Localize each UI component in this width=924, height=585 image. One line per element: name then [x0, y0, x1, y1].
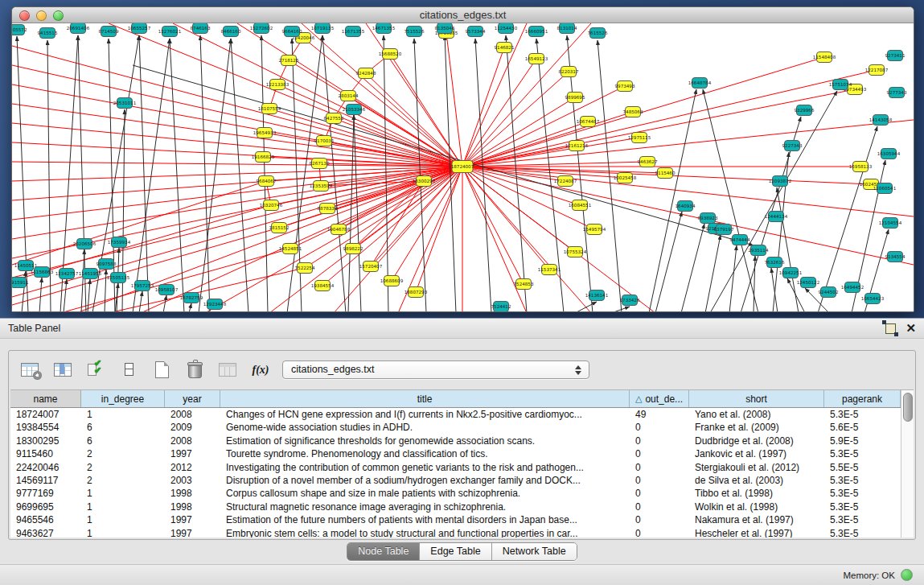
- graph-node-teal[interactable]: 12444134: [765, 212, 788, 222]
- graph-node-teal[interactable]: 9277343: [887, 88, 907, 98]
- graph-node-teal[interactable]: 12450122: [797, 278, 819, 288]
- table-row[interactable]: 1830029562008Estimation of significance …: [10, 435, 901, 447]
- graph-node-yellow[interactable]: 19046788: [327, 225, 351, 235]
- table-scrollbar-thumb[interactable]: [903, 393, 913, 422]
- column-header-pagerank[interactable]: pagerank: [824, 390, 901, 407]
- close-panel-icon[interactable]: ✕: [906, 323, 916, 334]
- graph-node-teal[interactable]: 2935114: [749, 245, 769, 256]
- network-window-titlebar[interactable]: citations_edges.txt: [12, 7, 914, 23]
- graph-node-yellow[interactable]: 9684067: [257, 176, 277, 187]
- table-row[interactable]: 977716911998Corpus callosum shape and si…: [10, 487, 901, 500]
- graph-node-teal[interactable]: 7615526: [588, 28, 608, 39]
- citation-edge-red[interactable]: [462, 167, 914, 265]
- graph-node-teal[interactable]: 8746163: [191, 23, 211, 34]
- citation-edge-black[interactable]: [261, 35, 268, 311]
- select-mode-button[interactable]: ✔ ✔: [84, 358, 107, 381]
- column-header-name[interactable]: name: [10, 390, 81, 407]
- graph-node-yellow[interactable]: 19384554: [311, 281, 335, 291]
- table-settings-button[interactable]: [18, 358, 41, 381]
- table-row[interactable]: 946362711997Embryonic stem cells: a mode…: [10, 527, 901, 538]
- graph-node-yellow[interactable]: 9898222: [343, 244, 363, 254]
- citation-edge-black[interactable]: [348, 115, 354, 311]
- graph-node-teal[interactable]: 12505135: [107, 273, 130, 283]
- graph-node-yellow[interactable]: 15720407: [359, 262, 383, 272]
- graph-node-teal[interactable]: 9664160: [282, 27, 302, 37]
- delete-table-button[interactable]: [183, 358, 206, 381]
- graph-node-teal[interactable]: 17957253: [131, 281, 154, 291]
- graph-node-yellow[interactable]: 8220317: [559, 67, 579, 77]
- citation-edge-red[interactable]: [12, 167, 462, 220]
- graph-node-teal[interactable]: 9415515: [38, 28, 58, 39]
- tab-network-table[interactable]: Network Table: [492, 543, 577, 560]
- show-column-button[interactable]: [51, 358, 74, 381]
- graph-node-yellow[interactable]: 11537341: [538, 265, 561, 275]
- graph-node-yellow[interactable]: 10674487: [577, 117, 600, 127]
- graph-node-yellow[interactable]: 11548408: [813, 52, 836, 63]
- table-row[interactable]: 969969511998Structural magnetic resonanc…: [10, 501, 901, 513]
- citation-edge-red[interactable]: [462, 162, 647, 167]
- graph-node-yellow[interactable]: 15958133: [849, 162, 873, 172]
- graph-node-yellow[interactable]: 9115460: [655, 168, 676, 179]
- graph-node-teal[interactable]: 7524412: [491, 302, 511, 312]
- graph-node-teal[interactable]: 15276021: [158, 27, 182, 37]
- citation-edge-red[interactable]: [462, 120, 914, 167]
- graph-node-teal[interactable]: 8466160: [221, 27, 241, 37]
- graph-node-yellow[interactable]: 9973493: [615, 81, 635, 92]
- graph-node-teal[interactable]: 8938923: [698, 213, 718, 224]
- graph-node-teal[interactable]: 7632616: [765, 257, 785, 268]
- graph-node-teal[interactable]: 3915911: [12, 278, 29, 288]
- citation-edge-black[interactable]: [777, 187, 799, 311]
- citation-edge-black[interactable]: [710, 91, 837, 311]
- graph-node-yellow[interactable]: 9242848: [356, 68, 376, 79]
- graph-node-teal[interactable]: 9573344: [466, 27, 486, 37]
- graph-node-teal[interactable]: 12342757: [55, 269, 79, 279]
- table-row[interactable]: 1938455462009Genome-wide association stu…: [10, 421, 901, 434]
- graph-node-yellow[interactable]: 10688609: [380, 276, 404, 286]
- citation-edge-black[interactable]: [81, 249, 84, 311]
- memory-status-indicator[interactable]: [901, 569, 913, 581]
- graph-node-yellow[interactable]: 16549123: [525, 54, 548, 64]
- graph-node-yellow[interactable]: 8878334: [318, 204, 338, 214]
- graph-node-teal[interactable]: 14136141: [585, 290, 609, 301]
- citation-edge-red[interactable]: [462, 112, 633, 167]
- graph-node-teal[interactable]: 6379197: [714, 225, 734, 235]
- citation-edge-black[interactable]: [64, 279, 67, 311]
- graph-node-yellow[interactable]: 9463627: [638, 157, 658, 167]
- graph-node-yellow[interactable]: 18807293: [405, 287, 428, 298]
- citation-edge-black[interactable]: [384, 35, 388, 311]
- tab-edge-table[interactable]: Edge Table: [420, 543, 491, 560]
- graph-node-yellow[interactable]: 2718126: [279, 56, 299, 66]
- citation-edge-black[interactable]: [163, 295, 166, 311]
- citation-edge-black[interactable]: [139, 35, 149, 311]
- graph-node-teal[interactable]: 9244502: [819, 287, 839, 298]
- graph-node-teal[interactable]: 10654423: [861, 294, 885, 304]
- graph-node-yellow[interactable]: 8267130: [310, 159, 330, 169]
- citation-edge-black[interactable]: [703, 89, 758, 311]
- citation-edge-black[interactable]: [655, 212, 682, 311]
- citation-edge-black[interactable]: [109, 39, 115, 311]
- graph-node-teal[interactable]: 11254430: [495, 23, 518, 34]
- graph-node-teal[interactable]: 9329966: [795, 105, 815, 116]
- graph-node-yellow[interactable]: 8427552: [324, 113, 344, 124]
- graph-node-teal[interactable]: 20206506: [73, 239, 97, 249]
- citation-edge-black[interactable]: [754, 256, 755, 311]
- table-scrollbar[interactable]: [901, 390, 914, 538]
- graph-node-yellow[interactable]: 12217087: [865, 65, 889, 76]
- function-builder-button[interactable]: f(x): [249, 358, 272, 381]
- graph-node-yellow[interactable]: 18300295: [413, 176, 436, 187]
- citation-edge-black[interactable]: [88, 279, 90, 311]
- graph-node-teal[interactable]: 9405572: [12, 25, 27, 35]
- graph-node-teal[interactable]: 9227343: [782, 141, 803, 151]
- graph-node-teal[interactable]: 8135046: [435, 23, 455, 34]
- citation-edge-red[interactable]: [462, 138, 639, 167]
- graph-node-yellow[interactable]: 7524853: [514, 279, 534, 290]
- citation-edge-red[interactable]: [327, 167, 462, 208]
- graph-node-teal[interactable]: 14671355: [372, 23, 396, 34]
- graph-node-teal[interactable]: 12104554: [879, 218, 902, 229]
- row-height-button[interactable]: [117, 358, 140, 381]
- graph-node-teal[interactable]: 16305944: [877, 149, 901, 159]
- import-table-button[interactable]: [216, 358, 239, 381]
- graph-node-teal[interactable]: 16494452: [841, 282, 864, 293]
- citation-edge-black[interactable]: [200, 35, 210, 311]
- graph-node-yellow[interactable]: 7522254: [295, 263, 315, 274]
